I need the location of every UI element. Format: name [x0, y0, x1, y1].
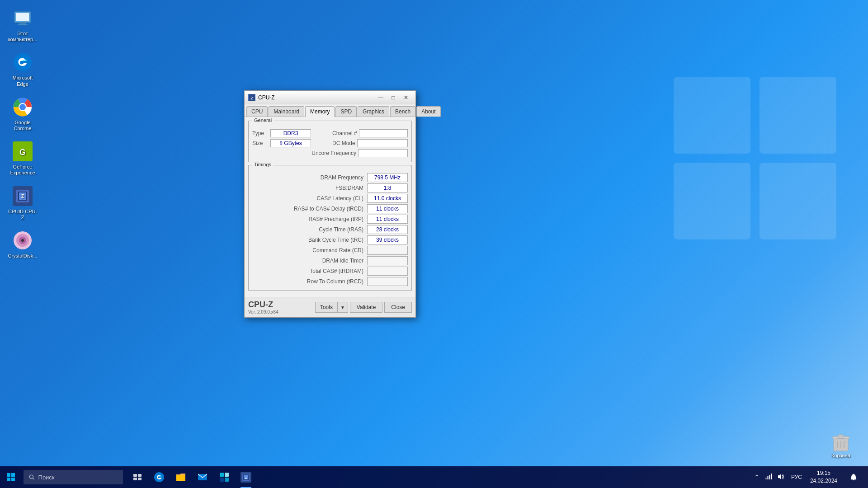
taskbar-edge[interactable] [148, 466, 170, 488]
desktop-icon-chrome[interactable]: Google Chrome [5, 94, 41, 134]
taskbar-apps: Z [127, 466, 257, 488]
tab-cpu[interactable]: CPU [246, 106, 268, 117]
type-value: DDR3 [270, 129, 311, 137]
network-icon[interactable] [763, 471, 774, 483]
svg-rect-32 [7, 473, 10, 477]
edge-label: Microsoft Edge [13, 75, 33, 87]
dram-idle-row: DRAM Idle Timer [252, 256, 408, 265]
desktop-icon-this-pc[interactable]: Этот компьютер... [5, 5, 41, 45]
svg-point-36 [29, 475, 33, 479]
taskbar-app5[interactable] [213, 466, 235, 488]
svg-rect-7 [18, 24, 28, 25]
dc-mode-label: DC Mode [332, 140, 357, 146]
volume-icon[interactable] [776, 471, 787, 483]
crystaldisk-icon [12, 230, 33, 251]
cmd-rate-label: Command Rate (CR) [252, 247, 367, 253]
search-input[interactable] [38, 474, 118, 481]
desktop-icon-trash[interactable]: Корзина [823, 428, 859, 461]
svg-rect-34 [7, 478, 10, 481]
svg-rect-41 [138, 478, 142, 480]
close-window-button[interactable]: Close [384, 302, 412, 313]
svg-text:Z: Z [250, 96, 253, 100]
tools-button[interactable]: Tools [315, 302, 337, 313]
svg-rect-46 [225, 473, 229, 477]
cpuz-brand-name: CPU-Z [248, 300, 278, 310]
trash-label: Корзина [831, 453, 850, 458]
dram-idle-label: DRAM Idle Timer [252, 258, 367, 264]
tab-bench[interactable]: Bench [390, 106, 415, 117]
tab-memory[interactable]: Memory [305, 106, 335, 117]
tab-spd[interactable]: SPD [335, 106, 357, 117]
trash-icon-img [830, 431, 852, 453]
tab-mainboard[interactable]: Mainboard [269, 106, 304, 117]
cas-label: CAS# Latency (CL) [252, 195, 367, 202]
bank-value: 39 clocks [367, 235, 408, 244]
edge-icon [12, 52, 33, 73]
taskbar-cpuz[interactable]: Z [235, 466, 257, 488]
svg-rect-1 [760, 77, 836, 154]
taskbar-explorer[interactable] [170, 466, 192, 488]
svg-rect-2 [674, 163, 750, 239]
desktop-icon-crystaldisk[interactable]: CrystalDisk... [5, 227, 41, 262]
svg-rect-45 [220, 473, 224, 477]
maximize-button[interactable]: □ [387, 93, 399, 102]
show-hidden-icons[interactable]: ⌃ [752, 472, 761, 483]
desktop-icon-edge[interactable]: Microsoft Edge [5, 49, 41, 89]
this-pc-label: Этот компьютер... [8, 31, 38, 42]
desktop-icon-geforce[interactable]: G GeForce Experience [5, 138, 41, 178]
svg-point-23 [21, 239, 24, 242]
validate-button[interactable]: Validate [350, 302, 382, 313]
cas-row: CAS# Latency (CL) 11.0 clocks [252, 194, 408, 203]
tab-graphics[interactable]: Graphics [358, 106, 389, 117]
window-tabs: CPU Mainboard Memory SPD Graphics Bench … [245, 104, 415, 117]
desktop-icon-cpuz[interactable]: Z CPUID CPU-Z [5, 183, 41, 223]
fsb-dram-label: FSB:DRAM [252, 185, 367, 191]
crystaldisk-label: CrystalDisk... [8, 253, 38, 259]
cpuz-brand: CPU-Z Ver. 2.09.0.x64 [248, 300, 278, 314]
general-section: General Type DDR3 Channel # [248, 121, 412, 162]
row-col-row: Row To Column (tRCD) [252, 277, 408, 286]
window-footer: CPU-Z Ver. 2.09.0.x64 Tools ▼ Validate C… [245, 297, 415, 317]
svg-rect-59 [853, 479, 854, 480]
svg-rect-54 [765, 478, 767, 479]
svg-line-37 [33, 478, 34, 479]
desktop: Этот компьютер... Microsoft Edge [0, 0, 868, 488]
total-cas-value [367, 267, 408, 276]
svg-rect-57 [771, 474, 772, 479]
type-label: Type [252, 130, 270, 136]
svg-rect-40 [133, 478, 137, 480]
start-button[interactable] [0, 466, 22, 488]
size-label: Size [252, 140, 270, 146]
dram-freq-label: DRAM Frequency [252, 174, 367, 181]
total-cas-row: Total CAS# (tRDRAM) [252, 267, 408, 276]
fsb-dram-row: FSB:DRAM 1:8 [252, 183, 408, 192]
tools-dropdown-arrow[interactable]: ▼ [337, 302, 348, 313]
bank-label: Bank Cycle Time (tRC) [252, 237, 367, 243]
general-legend: General [252, 117, 274, 123]
tab-about[interactable]: About [416, 106, 440, 117]
cpuz-icon: Z [12, 185, 33, 207]
svg-text:G: G [19, 148, 26, 157]
uncore-label: Uncore Frequency [311, 150, 358, 156]
taskview-button[interactable] [127, 466, 148, 488]
cycle-label: Cycle Time (tRAS) [252, 226, 367, 233]
svg-text:Z: Z [21, 194, 24, 199]
taskbar-search-box[interactable] [24, 470, 123, 484]
close-button[interactable]: ✕ [400, 93, 412, 102]
minimize-button[interactable]: — [375, 93, 387, 102]
uncore-value [358, 149, 408, 157]
taskbar-language[interactable]: РУС [788, 472, 805, 482]
dram-freq-row: DRAM Frequency 798.5 MHz [252, 173, 408, 182]
taskbar-clock[interactable]: 19:15 24.02.2024 [807, 468, 841, 487]
row-col-value [367, 277, 408, 286]
notification-center-button[interactable] [843, 466, 864, 488]
this-pc-icon [12, 7, 33, 29]
dram-freq-value: 798.5 MHz [367, 173, 408, 182]
channel-value [359, 129, 408, 137]
ras-pre-label: RAS# Precharge (tRP) [252, 216, 367, 222]
row-col-label: Row To Column (tRCD) [252, 278, 367, 285]
taskbar-mail[interactable] [192, 466, 213, 488]
geforce-icon: G [12, 141, 33, 162]
svg-point-8 [14, 53, 32, 71]
svg-rect-33 [11, 473, 15, 477]
